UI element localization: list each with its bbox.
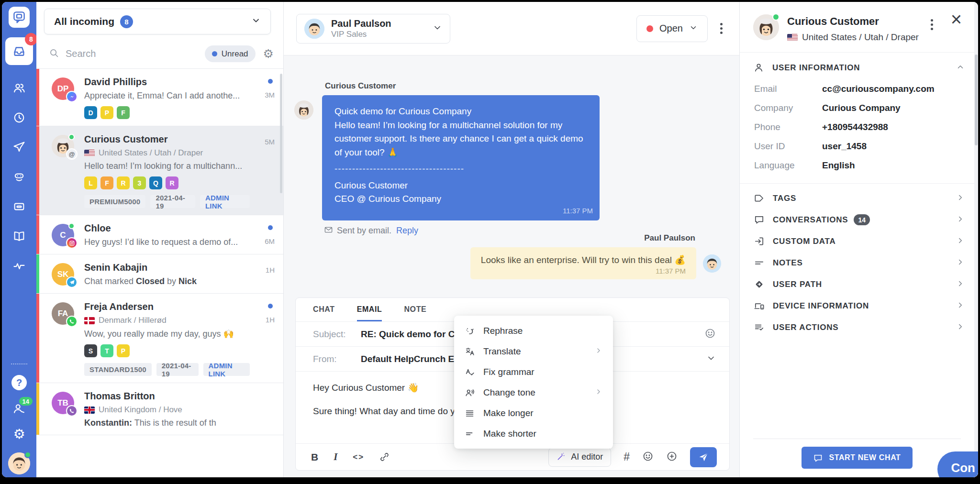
list-scrollbar[interactable] (280, 74, 282, 193)
search-input[interactable] (66, 48, 205, 59)
chat-widget-launcher[interactable]: Con (937, 451, 978, 477)
sidebar-section-notes[interactable]: NOTES (740, 252, 978, 274)
reply-link[interactable]: Reply (396, 226, 418, 236)
italic-button[interactable]: I (334, 451, 337, 463)
ai-menu-item-change-tone[interactable]: Change tone (454, 382, 613, 403)
link-button[interactable] (379, 452, 390, 462)
emoji-icon[interactable] (704, 328, 716, 341)
internal-note-group: Paul Paulson Looks like an enterprise. W… (447, 233, 696, 279)
messenger-channel-icon (66, 91, 78, 102)
tab-email[interactable]: EMAIL (357, 298, 382, 321)
section-label: USER ACTIONS (773, 323, 838, 332)
incoming-message-group: Curious Customer Quick demo for Curious … (322, 81, 600, 237)
nav-chatbot-icon[interactable] (12, 170, 26, 184)
ai-editor-menu: RephraseTranslateFix grammarChange toneM… (454, 316, 613, 449)
status-dropdown[interactable]: Open (636, 15, 708, 42)
unread-filter-toggle[interactable]: Unread (205, 45, 256, 62)
filter-label: All incoming (54, 16, 114, 27)
incoming-message-bubble: Quick demo for Curious CompanyHello team… (322, 95, 600, 220)
conversation-list-panel: All incoming 8 Unread ⚙ DPDavid Phillips… (36, 2, 284, 477)
conversation-list-item[interactable]: FAFreja AndersenDenmark / HillerødWow, y… (36, 294, 283, 383)
sidebar-section-device-information[interactable]: DEVICE INFORMATION (740, 295, 978, 317)
ai-editor-label: AI editor (571, 452, 603, 462)
sidebar-section-tags[interactable]: TAGS (740, 187, 978, 209)
customer-location: United States / Utah / Draper (802, 32, 919, 43)
inbox-filter-dropdown[interactable]: All incoming 8 (44, 9, 271, 34)
conversation-list-item[interactable]: SKSenin KabajinChat marked Closed by Nic… (36, 254, 283, 294)
sidebar-section-custom-data[interactable]: CUSTOM DATA (740, 231, 978, 252)
nav-reports-icon[interactable] (12, 259, 26, 273)
conversation-list-item[interactable]: DPDavid PhillipsAppreciate it, Emma! Can… (36, 69, 283, 126)
send-button[interactable] (690, 447, 717, 467)
nav-contacts-icon[interactable] (12, 81, 26, 95)
nav-knowledge-base-icon[interactable] (12, 230, 26, 243)
conversation-list-item[interactable]: TBThomas BrittonUnited Kingdom / HoveKon… (36, 383, 283, 435)
message-line: ------------------------------------- (334, 162, 587, 176)
tab-note[interactable]: NOTE (404, 298, 426, 321)
admin-link-badge[interactable]: ADMIN LINK (200, 195, 250, 208)
conversation-timestamp: 3M (265, 91, 275, 99)
nav-team-icon[interactable]: 14 (12, 402, 26, 415)
online-status-dot (68, 223, 75, 229)
chevron-right-icon (956, 279, 965, 290)
assignee-dropdown[interactable]: Paul Paulson VIP Sales (296, 14, 450, 44)
magic-wand-icon (557, 451, 566, 463)
ai-menu-item-rephrase[interactable]: Rephrase (454, 320, 613, 341)
nav-campaigns-icon[interactable] (12, 141, 26, 154)
profile-menu-kebab-icon[interactable] (931, 17, 933, 32)
meta-badge: STANDARD1500 (84, 363, 152, 376)
emoji-icon[interactable] (642, 451, 654, 464)
message-preview: Appreciate it, Emma! Can I add anothe... (84, 91, 250, 101)
nav-help-icon[interactable]: ? (11, 375, 27, 390)
bold-button[interactable]: B (311, 451, 318, 463)
nav-settings-icon[interactable]: ⚙ (13, 428, 25, 441)
list-settings-gear-icon[interactable]: ⚙ (263, 48, 274, 60)
helpcrunch-logo-icon[interactable] (9, 7, 30, 28)
ai-editor-button[interactable]: AI editor (548, 448, 611, 467)
nav-inbox-icon[interactable]: 8 (5, 37, 33, 65)
attach-plus-icon[interactable] (666, 451, 678, 464)
nav-popups-icon[interactable] (12, 200, 26, 213)
tab-chat[interactable]: CHAT (313, 298, 335, 321)
field-label: User ID (754, 141, 822, 152)
tag-chips: STP (84, 344, 250, 357)
message-preview: Hello team! I’m looking for a multichann… (84, 161, 250, 171)
field-label: Phone (754, 122, 822, 132)
conversation-menu-kebab-icon[interactable] (720, 21, 723, 36)
conversation-timestamp: 1H (266, 266, 275, 274)
ai-menu-item-make-shorter[interactable]: Make shorter (454, 423, 613, 444)
unread-indicator-dot (268, 79, 273, 84)
grammar-icon (465, 367, 475, 377)
ai-menu-item-label: Rephrase (483, 326, 523, 336)
ai-menu-item-label: Change tone (483, 387, 535, 398)
avatar: C (52, 224, 74, 246)
tag-icon (753, 193, 765, 204)
helpcrunch-app: 8 ? 14 ⚙ All incoming 8 (2, 2, 978, 477)
code-button[interactable]: <> (353, 452, 364, 462)
saved-replies-hash-icon[interactable]: # (624, 451, 630, 463)
ai-menu-item-fix-grammar[interactable]: Fix grammar (454, 362, 613, 382)
sidebar-section-conversations[interactable]: CONVERSATIONS14 (740, 209, 978, 231)
contact-name: David Phillips (84, 77, 250, 88)
agent-avatar[interactable] (8, 452, 30, 474)
nav-history-icon[interactable] (12, 111, 26, 124)
sidebar-scrollbar-thumb[interactable] (975, 55, 978, 145)
shorter-icon (465, 429, 475, 439)
sidebar-scrollbar-track[interactable] (974, 2, 978, 477)
close-icon[interactable]: × (951, 10, 962, 29)
note-text: Looks like an enterprise. Will try to wi… (481, 254, 686, 265)
sidebar-section-user-actions[interactable]: USER ACTIONS (740, 317, 978, 338)
start-new-chat-button[interactable]: START NEW CHAT (802, 447, 912, 469)
user-info-fields: Emailcc@curiouscompany.comCompanyCurious… (754, 84, 965, 171)
chevron-down-icon[interactable] (706, 353, 716, 365)
user-info-row: LanguageEnglish (754, 160, 965, 171)
assignee-team: VIP Sales (331, 30, 391, 39)
widget-label: Con (951, 461, 975, 475)
admin-link-badge[interactable]: ADMIN LINK (203, 363, 250, 376)
conversation-list-item[interactable]: CChloeHey guys! I’d like to request a de… (36, 215, 283, 254)
sidebar-section-user-path[interactable]: USER PATH (740, 274, 978, 295)
ai-menu-item-make-longer[interactable]: Make longer (454, 403, 613, 423)
user-information-header[interactable]: USER INFORMATION (753, 62, 965, 73)
ai-menu-item-translate[interactable]: Translate (454, 341, 613, 362)
conversation-list-item[interactable]: @Curious CustomerUnited States / Utah / … (36, 126, 283, 215)
